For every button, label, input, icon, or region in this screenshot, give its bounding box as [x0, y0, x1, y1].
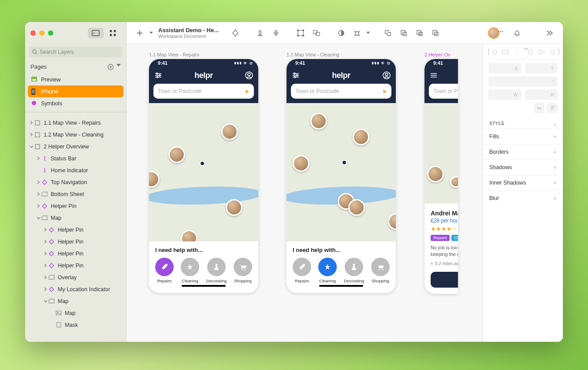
category-repairs[interactable]: Repairs	[155, 258, 174, 283]
add-page-button[interactable]	[108, 64, 114, 70]
category-decorating[interactable]: Decorating	[206, 258, 227, 283]
zoom-window-button[interactable]	[48, 30, 53, 36]
layer-row[interactable]: Helper Pin	[25, 200, 126, 212]
close-window-button[interactable]	[30, 30, 36, 36]
category-shopping[interactable]: Shopping	[234, 258, 252, 283]
bool-diff-button[interactable]	[428, 25, 443, 41]
align-top-button[interactable]: ▔▢	[524, 48, 533, 55]
scale-button[interactable]	[349, 25, 365, 41]
layer-row[interactable]: Map	[25, 295, 126, 307]
insert-dropdown[interactable]	[148, 25, 155, 41]
bool-subtract-button[interactable]	[396, 25, 412, 41]
search-layers-input[interactable]: Search Layers	[29, 47, 123, 57]
layer-row[interactable]: Helper Pin	[25, 224, 126, 236]
locate-icon[interactable]: ➤	[245, 88, 249, 95]
collapse-inspector-button[interactable]	[542, 25, 558, 41]
page-item[interactable]: iPhone	[28, 85, 123, 97]
inspector-section-shadows[interactable]: Shadows+	[483, 159, 563, 175]
inspector-section-inner-shadows[interactable]: Inner Shadows+	[483, 175, 563, 190]
canvas-view-button[interactable]	[88, 28, 104, 38]
h-field[interactable]: H	[525, 89, 558, 100]
artboard-1[interactable]: 9:41 ▮▮▮ ᯤ ▢ helpr Town or Postcode ➤	[149, 59, 258, 293]
book-button[interactable]: B	[431, 272, 458, 288]
artboard-label-selected[interactable]: 2 Helper Ov	[424, 52, 450, 57]
category-decorating[interactable]: Decorating	[344, 258, 364, 283]
layer-row[interactable]: Overlay	[25, 271, 126, 283]
chevron-down-icon[interactable]: ⌄	[553, 121, 557, 126]
inspector-section-borders[interactable]: Borders+	[483, 144, 563, 159]
layer-row[interactable]: Home Indicator	[25, 164, 126, 176]
map-search-input[interactable]: Town or Postcode ➤	[153, 84, 254, 99]
layer-row[interactable]: Bottom Sheet	[25, 188, 126, 200]
add-icon[interactable]: +	[553, 164, 557, 171]
bool-intersect-button[interactable]	[412, 25, 428, 41]
flip-v-button[interactable]: ⇵	[547, 103, 558, 113]
collapse-pages-button[interactable]	[116, 64, 121, 67]
layer-row[interactable]: Helper Pin	[25, 248, 126, 259]
page-item[interactable]: Preview	[28, 74, 123, 85]
artboard-label[interactable]: 1.1 Map View - Repairs	[149, 52, 199, 57]
align-vcenter-button[interactable]: ▢─	[537, 48, 546, 55]
layer-row[interactable]: 1.1 Map View - Repairs	[25, 117, 126, 129]
layer-row[interactable]: Mask	[25, 319, 126, 331]
layer-row[interactable]: Top Navigation	[25, 176, 126, 188]
align-left-button[interactable]: ▏▢	[488, 48, 497, 55]
page-item[interactable]: Symbols	[28, 97, 123, 109]
filter-icon[interactable]	[292, 72, 300, 78]
artboard-label[interactable]: 1.2 Map View - Cleaning	[287, 52, 339, 57]
x-field[interactable]: X	[488, 63, 521, 74]
category-repairs[interactable]: Repairs	[293, 258, 311, 283]
layer-row[interactable]: My Location Indicator	[25, 283, 126, 295]
minimize-window-button[interactable]	[39, 30, 45, 36]
y-field[interactable]: Y	[525, 63, 558, 74]
layer-row[interactable]: Map	[25, 212, 126, 224]
layer-row[interactable]: Helper Pin	[25, 259, 126, 271]
inspector-section-blur[interactable]: Blur+	[483, 190, 563, 206]
add-icon[interactable]: +	[553, 179, 557, 186]
align-right-button[interactable]: ▢▕	[550, 48, 559, 55]
add-icon[interactable]: +	[553, 195, 557, 202]
layer-row[interactable]: Helper Pin	[25, 236, 126, 248]
filter-icon[interactable]	[154, 72, 162, 78]
notifications-button[interactable]	[509, 25, 525, 41]
locate-icon[interactable]: ➤	[382, 88, 387, 95]
layer-row[interactable]: Map	[25, 307, 126, 319]
category-cleaning[interactable]: Cleaning	[181, 258, 199, 283]
align-v-button[interactable]	[268, 25, 284, 41]
map[interactable]	[149, 103, 258, 241]
svg-rect-12	[298, 30, 303, 36]
profile-icon[interactable]	[245, 71, 253, 79]
artboard-2[interactable]: 9:41 ▮▮▮ ᯤ ▢ helpr Town or Postcode ➤	[287, 59, 396, 293]
inspector-section-fills[interactable]: Fills+	[483, 129, 563, 144]
align-hcenter-button[interactable]: ▢│	[502, 48, 510, 55]
scale-dropdown[interactable]	[365, 25, 371, 41]
svg-point-66	[382, 269, 383, 270]
document-title[interactable]: Assistant Demo - He... Workspace Documen…	[158, 27, 219, 39]
artboard-3[interactable]: 9:41 Town or Po Andrei Mas £28 per hou ★	[424, 59, 458, 294]
map-search-input[interactable]: Town or Postcode ➤	[291, 84, 391, 99]
profile-icon[interactable]	[383, 71, 391, 79]
collab-avatar-group[interactable]: •••	[488, 27, 499, 39]
w-field[interactable]: W	[488, 89, 521, 100]
mask-button[interactable]	[333, 25, 349, 41]
ungroup-button[interactable]	[309, 25, 324, 41]
geometry-fields: X Y ° W H ⇋ ⇵	[483, 59, 563, 117]
rotation-field[interactable]: °	[488, 76, 558, 87]
insert-button[interactable]	[132, 25, 148, 41]
flip-h-button[interactable]: ⇋	[534, 103, 544, 113]
add-icon[interactable]: +	[553, 148, 557, 155]
canvas[interactable]: 1.1 Map View - Repairs 1.2 Map View - Cl…	[127, 44, 483, 342]
category-shopping[interactable]: Shopping	[371, 258, 390, 283]
bool-union-button[interactable]	[380, 25, 396, 41]
layer-row[interactable]: Status Bar	[25, 152, 126, 164]
components-view-button[interactable]	[105, 28, 121, 38]
layer-row[interactable]: 2 Helper Overview	[25, 141, 126, 152]
map[interactable]	[287, 103, 396, 241]
align-h-button[interactable]	[252, 25, 268, 41]
status-icons: ▮▮▮ ᯤ ▢	[234, 60, 252, 66]
layer-row[interactable]: 1.2 Map View - Cleaning	[25, 129, 126, 141]
create-symbol-button[interactable]	[227, 25, 243, 41]
group-button[interactable]	[293, 25, 309, 41]
add-icon[interactable]: +	[553, 133, 557, 140]
category-cleaning[interactable]: Cleaning	[318, 258, 337, 283]
